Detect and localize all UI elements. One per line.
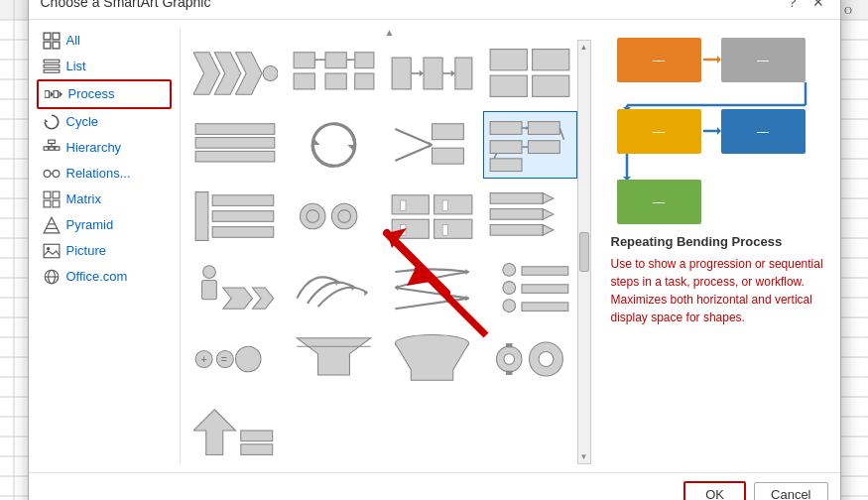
- svg-rect-130: [392, 219, 429, 238]
- process-icon: [45, 85, 62, 103]
- svg-marker-144: [222, 288, 252, 309]
- svg-rect-173: [240, 443, 272, 454]
- close-button[interactable]: ✕: [808, 0, 828, 11]
- svg-rect-132: [400, 200, 405, 211]
- svg-rect-65: [44, 191, 51, 198]
- svg-rect-56: [48, 140, 55, 143]
- grid-scroll-container: + =: [188, 40, 591, 464]
- smartart-icon-2x2-grid[interactable]: [483, 40, 577, 107]
- svg-rect-59: [44, 146, 49, 149]
- svg-rect-170: [506, 370, 512, 374]
- scroll-thumb[interactable]: [579, 232, 589, 272]
- svg-rect-138: [490, 208, 543, 219]
- svg-point-154: [502, 299, 515, 312]
- smartart-icon-arrow-list[interactable]: [483, 183, 577, 250]
- smartart-icon-circle-list2[interactable]: [483, 254, 577, 321]
- preview-description: Use to show a progression or sequential …: [611, 255, 832, 326]
- svg-rect-48: [44, 60, 60, 62]
- svg-text:=: =: [220, 353, 226, 365]
- smartart-icon-arrow-up[interactable]: [188, 397, 283, 464]
- ok-button[interactable]: OK: [683, 481, 746, 501]
- svg-rect-156: [522, 284, 568, 293]
- svg-rect-53: [54, 90, 59, 97]
- svg-rect-119: [490, 158, 522, 171]
- sidebar-item-officecom[interactable]: Office.com: [37, 264, 172, 290]
- svg-point-126: [331, 203, 357, 229]
- svg-marker-151: [465, 295, 468, 301]
- middle-scrollbar[interactable]: ▲ ▼: [577, 40, 591, 464]
- smartart-icon-text-box-grid[interactable]: [385, 183, 479, 250]
- svg-rect-95: [454, 58, 471, 89]
- svg-text:—: —: [653, 54, 665, 67]
- sidebar-item-picture[interactable]: Picture: [37, 238, 172, 264]
- svg-marker-171: [193, 409, 236, 454]
- help-button[interactable]: ?: [785, 0, 801, 11]
- svg-text:—: —: [653, 125, 665, 139]
- smartart-icon-funnel-steps[interactable]: [287, 325, 381, 393]
- smartart-icon-funnel2[interactable]: [385, 325, 479, 393]
- sidebar-item-cycle[interactable]: Cycle: [37, 109, 172, 135]
- svg-rect-116: [528, 140, 559, 153]
- cycle-label: Cycle: [66, 114, 99, 129]
- smartart-icon-repeating-bending[interactable]: [483, 111, 577, 179]
- svg-marker-137: [543, 192, 554, 203]
- svg-point-166: [503, 353, 514, 364]
- svg-rect-131: [434, 219, 471, 238]
- svg-rect-108: [432, 123, 463, 139]
- smartart-icon-circular-arrows[interactable]: [287, 111, 381, 179]
- svg-marker-145: [252, 288, 273, 309]
- svg-point-152: [502, 263, 515, 276]
- svg-rect-155: [522, 266, 568, 275]
- svg-point-153: [502, 281, 515, 294]
- scroll-up-indicator: ▲: [188, 28, 591, 38]
- smartart-icon-stacked-process[interactable]: [188, 111, 283, 179]
- smartart-icon-gear-process[interactable]: [483, 325, 577, 393]
- svg-rect-134: [400, 224, 405, 235]
- svg-rect-128: [392, 194, 429, 213]
- smartart-icon-chevron-process[interactable]: [188, 40, 283, 107]
- svg-rect-101: [195, 137, 275, 148]
- svg-marker-141: [543, 224, 554, 235]
- svg-marker-69: [44, 217, 60, 233]
- smartart-icon-circle-grid[interactable]: [287, 183, 381, 250]
- svg-rect-85: [325, 73, 346, 89]
- svg-rect-92: [424, 58, 442, 89]
- dialog-title: Choose a SmartArt Graphic: [41, 0, 211, 10]
- dialog-title-bar: Choose a SmartArt Graphic ? ✕: [29, 0, 840, 20]
- sidebar-item-list[interactable]: List: [37, 54, 172, 79]
- svg-rect-66: [53, 191, 60, 198]
- smartart-icon-curved-arrows[interactable]: [287, 254, 381, 321]
- smartart-icon-horizontal-process[interactable]: [385, 40, 479, 107]
- smartart-icon-equation-process[interactable]: + =: [188, 325, 283, 393]
- list-label: List: [66, 59, 86, 73]
- svg-rect-129: [434, 194, 471, 213]
- sidebar-item-relations[interactable]: Relations...: [37, 161, 172, 187]
- sidebar-item-hierarchy[interactable]: Hierarchy: [37, 135, 172, 161]
- relations-label: Relations...: [66, 166, 131, 181]
- svg-text:—: —: [757, 125, 769, 139]
- hierarchy-label: Hierarchy: [66, 140, 122, 155]
- sidebar-item-pyramid[interactable]: Pyramid: [37, 212, 172, 238]
- svg-rect-133: [442, 200, 447, 211]
- sidebar-item-process[interactable]: Process: [37, 79, 172, 109]
- svg-rect-97: [532, 49, 568, 69]
- dialog-body: All List: [29, 20, 840, 472]
- smartart-icon-flow-process[interactable]: [287, 40, 381, 107]
- sidebar-item-all[interactable]: All: [37, 28, 172, 54]
- office-icon: [43, 268, 61, 286]
- relations-icon: [43, 165, 61, 183]
- svg-rect-51: [45, 90, 50, 97]
- sidebar-item-matrix[interactable]: Matrix: [37, 187, 172, 212]
- smartart-icon-person-process[interactable]: [188, 254, 283, 321]
- svg-rect-157: [522, 302, 568, 311]
- cancel-button[interactable]: Cancel: [754, 482, 827, 501]
- smartart-icon-snake-arrows[interactable]: [385, 254, 479, 321]
- smartart-icon-split-arrows[interactable]: [385, 111, 479, 179]
- svg-marker-149: [465, 268, 468, 274]
- pyramid-label: Pyramid: [66, 217, 114, 232]
- svg-rect-72: [44, 244, 60, 258]
- svg-marker-91: [419, 69, 423, 75]
- svg-rect-109: [432, 148, 463, 164]
- smartart-icon-vertical-list[interactable]: [188, 183, 283, 250]
- preview-diagram-area: — — —: [611, 28, 832, 226]
